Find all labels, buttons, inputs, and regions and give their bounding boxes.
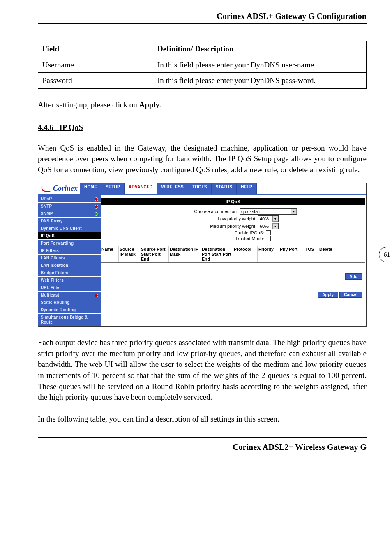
footer-title: Corinex ADSL2+ Wireless Gateway G [38, 442, 367, 452]
tab-tools[interactable]: TOOLS [188, 183, 212, 194]
col-protocol: Protocol [233, 246, 258, 262]
connection-select[interactable]: quickstart [240, 208, 297, 215]
label-trusted-mode: Trusted Mode: [196, 236, 266, 241]
main-tabs: HOME SETUP ADVANCED WIRELESS TOOLS STATU… [80, 183, 257, 194]
col-source-port: Source Port Start Port End [140, 246, 169, 262]
sidebar-item-static-routing[interactable]: Static Routing [38, 299, 101, 306]
section-heading: 4.4.6 IP QoS [38, 123, 367, 132]
table-row: Username In this field please enter your… [38, 57, 367, 73]
cell-field: Password [38, 73, 153, 89]
col-delete: Delete [318, 246, 338, 262]
col-dest-port: Destination Port Start Port End [201, 246, 233, 262]
ip-qos-screenshot: Corinex HOME SETUP ADVANCED WIRELESS TOO… [38, 183, 367, 327]
label-connection: Choose a connection: [170, 209, 240, 214]
paragraph-after-setting: After setting up, please click on Apply. [38, 100, 367, 111]
header-title: Corinex ADSL+ Gateway G Configuration [38, 12, 367, 21]
cell-definition: In this field please enter your DynDNS u… [153, 57, 367, 73]
field-definition-table: Field Definition/ Description Username I… [38, 41, 367, 89]
sidebar-item-ip-filters[interactable]: IP Filters [38, 247, 101, 255]
cell-definition: In this field please enter your DynDNS p… [153, 73, 367, 89]
sidebar-item-bridge-filters[interactable]: Bridge Filters [38, 269, 101, 277]
sidebar-item-sntp[interactable]: SNTP [38, 203, 101, 210]
cell-field: Username [38, 57, 153, 73]
paragraph-following: In the following table, you can find a d… [38, 414, 367, 425]
sidebar-item-web-filters[interactable]: Web Filters [38, 277, 101, 284]
paragraph-output: Each output device has three priority qu… [38, 337, 367, 403]
footer-rule [38, 437, 367, 438]
table-head-definition: Definition/ Description [153, 41, 367, 57]
col-phy-port: Phy Port [279, 246, 304, 262]
col-priority: Priority [258, 246, 279, 262]
status-dot-icon [95, 197, 98, 201]
col-tos: TOS [304, 246, 318, 262]
sidebar-item-lan-isolation[interactable]: LAN Isolation [38, 262, 101, 269]
sidebar-item-snmp[interactable]: SNMP [38, 210, 101, 218]
status-dot-icon [95, 205, 98, 208]
label-enable-ipqos: Enable IPQoS: [196, 230, 266, 235]
low-weight-select[interactable]: 40% [258, 215, 279, 222]
logo-text: Corinex [53, 184, 78, 193]
col-source-ip: Source IP Mask [119, 246, 140, 262]
sidebar-item-dns-proxy[interactable]: DNS Proxy [38, 218, 101, 225]
sidebar-item-simultaneous-bridge-route[interactable]: Simultaneous Bridge & Route [38, 314, 101, 326]
tab-home[interactable]: HOME [80, 183, 101, 194]
tab-wireless[interactable]: WIRELESS [157, 183, 188, 194]
label-med-weight: Medium priority weight: [188, 224, 258, 229]
sidebar-item-port-forwarding[interactable]: Port Forwarding [38, 240, 101, 247]
status-dot-icon [95, 212, 98, 216]
panel-title: IP QoS [101, 198, 365, 205]
col-name: Name [101, 246, 119, 262]
main-panel: IP QoS Choose a connection: quickstart ▾… [101, 195, 366, 326]
corinex-logo: Corinex [38, 183, 80, 194]
page-number-badge: 61 [379, 247, 392, 262]
section-number: 4.4.6 [38, 123, 53, 132]
sidebar-item-dynamic-dns-client[interactable]: Dynamic DNS Client [38, 225, 101, 232]
text: . [159, 100, 161, 109]
rules-table-header: Name Source IP Mask Source Port Start Po… [101, 246, 365, 263]
add-button[interactable]: Add [345, 273, 362, 280]
tab-setup[interactable]: SETUP [101, 183, 125, 194]
sidebar-item-lan-clients[interactable]: LAN Clients [38, 255, 101, 262]
med-weight-select[interactable]: 60% [258, 223, 279, 229]
sidebar-item-dynamic-routing[interactable]: Dynamic Routing [38, 306, 101, 314]
col-dest-ip: Destination IP Mask [169, 246, 201, 262]
enable-ipqos-checkbox[interactable] [266, 230, 271, 235]
tab-status[interactable]: STATUS [212, 183, 237, 194]
text: After setting up, please click on [38, 100, 139, 109]
paragraph-intro: When QoS is enabled in the Gateway, the … [38, 143, 367, 176]
table-row: Password In this field please enter your… [38, 73, 367, 89]
cancel-button[interactable]: Cancel [339, 292, 362, 298]
logo-swoosh-icon [39, 186, 52, 192]
tab-advanced[interactable]: ADVANCED [125, 183, 157, 194]
apply-button[interactable]: Apply [318, 292, 338, 298]
sidebar-item-upnp[interactable]: UPnP [38, 195, 101, 203]
header-rule [38, 23, 367, 24]
status-dot-icon [95, 294, 98, 297]
trusted-mode-checkbox[interactable] [266, 236, 271, 241]
sidebar-item-url-filter[interactable]: URL Filter [38, 284, 101, 292]
label-low-weight: Low priority weight: [188, 216, 258, 221]
section-title: IP QoS [59, 123, 83, 132]
tab-help[interactable]: HELP [237, 183, 257, 194]
sidebar-item-multicast[interactable]: Multicast [38, 292, 101, 299]
sidebar: UPnPSNTPSNMPDNS ProxyDynamic DNS ClientI… [38, 195, 101, 326]
table-head-field: Field [38, 41, 153, 57]
sidebar-item-ip-qos[interactable]: IP QoS [38, 232, 101, 240]
apply-bold: Apply [139, 100, 159, 109]
